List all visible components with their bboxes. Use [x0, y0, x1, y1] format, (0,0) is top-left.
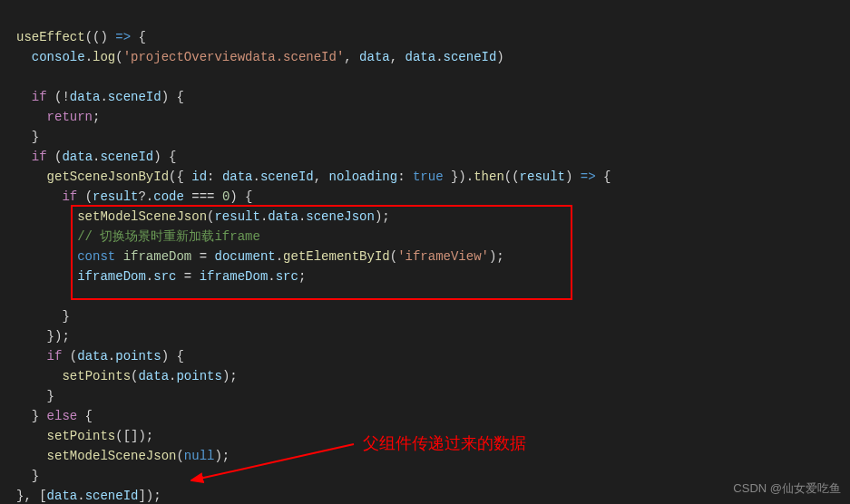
t: . [435, 50, 443, 64]
t: setPoints [47, 429, 116, 443]
t: ({ [169, 170, 191, 184]
t: ( [115, 50, 122, 64]
t: 'projectOverviewdata.sceneId' [123, 50, 345, 64]
t [16, 269, 77, 284]
t [16, 90, 32, 104]
t: setPoints [62, 369, 131, 383]
t: ); [222, 369, 238, 383]
t: . [268, 269, 275, 284]
t: // 切换场景时重新加载iframe [77, 229, 260, 244]
t: }). [444, 170, 474, 184]
t [16, 150, 32, 164]
t: ( [62, 349, 77, 363]
t: data [47, 489, 78, 503]
t: ( [390, 249, 397, 264]
code-block: useEffect(() => { console.log('projectOv… [16, 7, 850, 504]
t: }, [ [16, 489, 47, 503]
t: ) { [153, 150, 176, 164]
t: , [390, 50, 405, 64]
t: useEffect [16, 30, 85, 44]
t: ( [176, 449, 183, 463]
t: if [32, 90, 47, 104]
t: ); [489, 249, 504, 264]
t: : [397, 170, 413, 184]
t: log [93, 50, 115, 64]
t: }); [16, 329, 70, 344]
t: . [252, 170, 259, 184]
t: if [32, 150, 47, 164]
t: , [344, 50, 359, 64]
watermark: CSDN @仙女爱吃鱼 [733, 479, 841, 499]
t: => [572, 170, 603, 184]
t: . [77, 489, 84, 503]
t: setModelSceneJson [47, 449, 177, 463]
t: } [16, 130, 39, 144]
t [16, 110, 47, 124]
t: result [520, 170, 565, 184]
t: then [474, 170, 504, 184]
t: (( [504, 170, 520, 184]
t: ) { [230, 189, 252, 204]
t: ; [93, 110, 100, 124]
t: if [62, 189, 77, 204]
t: } [16, 469, 39, 483]
t: { [603, 170, 611, 184]
t: points [115, 349, 161, 363]
t: 'iframeView' [397, 249, 489, 264]
t: if [47, 349, 63, 363]
t: data [62, 150, 93, 164]
t: , [314, 170, 329, 184]
t: (! [47, 90, 70, 104]
t: ( [47, 150, 63, 164]
t: === [184, 189, 222, 204]
t [16, 170, 47, 184]
t: noloading [329, 170, 398, 184]
t: data [77, 349, 108, 363]
t: true [413, 170, 444, 184]
t [16, 349, 47, 363]
t: iframeDom [200, 269, 269, 284]
t [16, 369, 62, 383]
t [16, 70, 24, 84]
t: { [138, 30, 145, 44]
t: . [146, 269, 153, 284]
t: src [153, 269, 176, 284]
t: return [47, 110, 93, 124]
t: } [16, 309, 70, 324]
t: } [16, 389, 54, 403]
t: const [77, 249, 115, 264]
t: ( [77, 189, 93, 204]
t [16, 209, 77, 224]
t: console [32, 50, 85, 64]
t: code [153, 189, 184, 204]
t: id [191, 170, 207, 184]
t: data [138, 369, 169, 383]
t: sceneId [108, 90, 161, 104]
t [16, 249, 77, 264]
t: src [276, 269, 298, 284]
t: getElementById [283, 249, 390, 264]
t: data [222, 170, 253, 184]
t: => [108, 30, 139, 44]
t: document [214, 249, 275, 264]
t: = [191, 249, 214, 264]
t: ) [496, 50, 503, 64]
t: = [176, 269, 199, 284]
t: data [268, 209, 298, 224]
t: : [207, 170, 222, 184]
annotation-text: 父组件传递过来的数据 [363, 433, 526, 453]
t: ) { [161, 349, 184, 363]
t: { [77, 409, 93, 423]
t [16, 229, 77, 244]
t: . [85, 50, 93, 64]
t: ) { [161, 90, 184, 104]
t: ?. [138, 189, 153, 204]
t: sceneId [260, 170, 314, 184]
t: . [276, 249, 283, 264]
t: . [100, 90, 107, 104]
t: } [16, 409, 47, 423]
t: data [359, 50, 390, 64]
t: sceneId [444, 50, 497, 64]
t: else [47, 409, 78, 423]
t: iframeDom [123, 249, 192, 264]
